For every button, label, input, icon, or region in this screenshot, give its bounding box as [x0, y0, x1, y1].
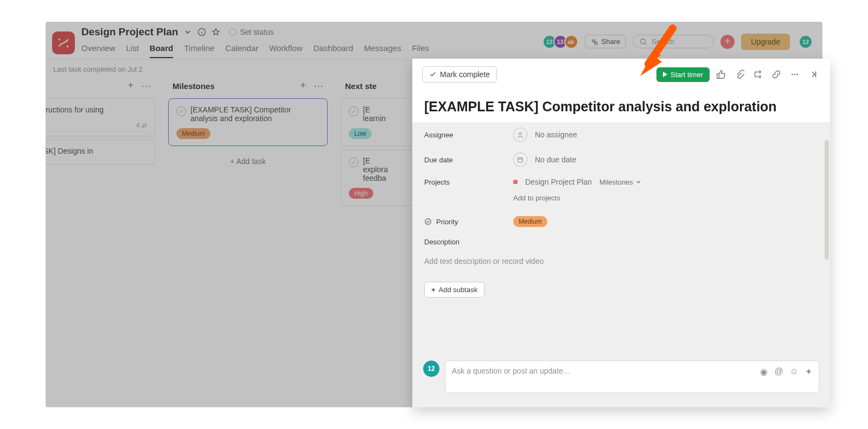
mark-complete-button[interactable]: Mark complete: [422, 66, 497, 83]
priority-value[interactable]: Medium: [513, 216, 547, 227]
mark-complete-label: Mark complete: [440, 70, 490, 79]
like-icon[interactable]: [714, 67, 728, 81]
priority-label: Priority: [424, 218, 500, 226]
svg-point-6: [759, 71, 761, 73]
project-name: Design Project Plan: [525, 178, 592, 186]
description-label: Description: [424, 238, 500, 246]
comment-placeholder: Ask a question or post an update...: [452, 367, 569, 375]
svg-point-9: [794, 74, 796, 75]
calendar-icon: [513, 153, 527, 167]
comment-input[interactable]: Ask a question or post an update... ◉ @ …: [445, 361, 819, 393]
svg-rect-12: [518, 158, 523, 162]
emoji-icon[interactable]: ☺: [790, 367, 799, 377]
record-icon[interactable]: ◉: [760, 367, 768, 377]
start-timer-label: Start timer: [671, 71, 703, 79]
due-date-value[interactable]: No due date: [513, 153, 576, 167]
play-icon: [663, 72, 667, 77]
more-icon[interactable]: [788, 67, 802, 81]
task-detail-pane: Mark complete Start timer [EXAMPLE TASK]…: [412, 59, 830, 407]
projects-label: Projects: [424, 178, 500, 186]
add-subtask-button[interactable]: + Add subtask: [424, 282, 484, 298]
task-title[interactable]: [EXAMPLE TASK] Competitor analysis and e…: [412, 90, 830, 122]
scrollbar[interactable]: [825, 140, 829, 260]
assignee-label: Assignee: [424, 131, 500, 139]
start-timer-button[interactable]: Start timer: [656, 67, 710, 82]
comment-composer: 12 Ask a question or post an update... ◉…: [412, 355, 830, 407]
due-date-label: Due date: [424, 156, 500, 164]
svg-point-10: [796, 74, 798, 75]
comment-avatar[interactable]: 12: [423, 361, 439, 377]
assignee-value[interactable]: No assignee: [513, 128, 577, 142]
appreciation-icon[interactable]: ✦: [805, 367, 812, 377]
svg-point-11: [519, 133, 521, 135]
priority-chip: Medium: [513, 216, 547, 227]
detail-header: Mark complete Start timer: [412, 59, 830, 90]
description-input[interactable]: Add text description or record video: [424, 251, 818, 282]
projects-value[interactable]: Design Project Plan Milestones: [513, 178, 642, 186]
svg-point-8: [792, 74, 793, 75]
subtask-icon[interactable]: [751, 67, 765, 81]
svg-point-7: [759, 76, 761, 78]
project-color-dot: [513, 180, 518, 184]
attachment-icon[interactable]: [732, 67, 746, 81]
mention-icon[interactable]: @: [774, 367, 783, 377]
project-section-select[interactable]: Milestones: [599, 178, 642, 186]
assignee-icon: [513, 128, 527, 142]
add-to-projects-button[interactable]: Add to projects: [424, 192, 818, 211]
link-icon[interactable]: [769, 67, 783, 81]
detail-body: Assignee No assignee Due date No due dat…: [412, 122, 830, 355]
close-panel-icon[interactable]: [806, 67, 820, 81]
